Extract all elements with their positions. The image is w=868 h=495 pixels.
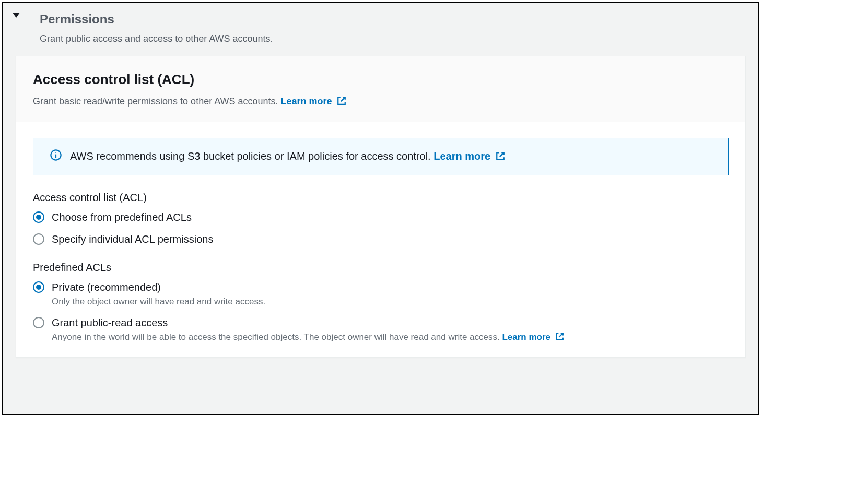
radio-private-desc: Only the object owner will have read and…: [52, 296, 729, 308]
acl-panel-body: AWS recommends using S3 bucket policies …: [16, 122, 745, 357]
radio-public-read-desc-text: Anyone in the world will be able to acce…: [52, 332, 500, 342]
public-read-learn-more-text: Learn more: [502, 332, 550, 342]
public-read-learn-more-link[interactable]: Learn more: [502, 332, 564, 342]
radio-predefined-acls[interactable]: Choose from predefined ACLs: [33, 210, 729, 225]
section-header: Permissions Grant public access and acce…: [3, 3, 758, 56]
info-learn-more-link[interactable]: Learn more: [433, 150, 505, 162]
info-text: AWS recommends using S3 bucket policies …: [70, 149, 505, 164]
section-subtitle: Grant public access and access to other …: [25, 28, 746, 45]
radio-button-icon: [33, 233, 44, 245]
radio-public-read-label: Grant public-read access: [52, 315, 729, 330]
acl-panel-desc-text: Grant basic read/write permissions to ot…: [33, 96, 278, 107]
info-box: AWS recommends using S3 bucket policies …: [33, 138, 729, 175]
radio-public-read-desc: Anyone in the world will be able to acce…: [52, 331, 729, 345]
acl-panel-title: Access control list (ACL): [33, 70, 729, 89]
radio-private-label: Private (recommended): [52, 280, 729, 294]
info-icon: [50, 149, 62, 164]
acl-learn-more-link[interactable]: Learn more: [281, 96, 346, 107]
external-link-icon: [496, 150, 505, 164]
permissions-frame: Permissions Grant public access and acce…: [2, 2, 759, 415]
radio-button-icon: [33, 211, 44, 223]
info-learn-more-text: Learn more: [433, 150, 490, 162]
radio-public-read[interactable]: Grant public-read access Anyone in the w…: [33, 315, 729, 345]
collapse-toggle-icon[interactable]: [13, 13, 20, 18]
acl-mode-label: Access control list (ACL): [33, 190, 729, 205]
acl-panel-desc: Grant basic read/write permissions to ot…: [33, 89, 729, 109]
radio-predefined-label: Choose from predefined ACLs: [52, 210, 729, 225]
radio-button-icon: [33, 281, 44, 293]
acl-panel-header: Access control list (ACL) Grant basic re…: [16, 56, 745, 123]
acl-learn-more-text: Learn more: [281, 96, 332, 107]
predefined-acls-label: Predefined ACLs: [33, 260, 729, 275]
radio-button-icon: [33, 317, 44, 328]
svg-point-2: [55, 152, 56, 153]
external-link-icon: [555, 332, 564, 345]
info-message: AWS recommends using S3 bucket policies …: [70, 150, 431, 162]
radio-private[interactable]: Private (recommended) Only the object ow…: [33, 280, 729, 308]
external-link-icon: [337, 96, 346, 109]
section-title: Permissions: [25, 10, 746, 28]
acl-panel: Access control list (ACL) Grant basic re…: [16, 56, 746, 358]
radio-individual-label: Specify individual ACL permissions: [52, 232, 729, 246]
radio-individual-acls[interactable]: Specify individual ACL permissions: [33, 232, 729, 246]
